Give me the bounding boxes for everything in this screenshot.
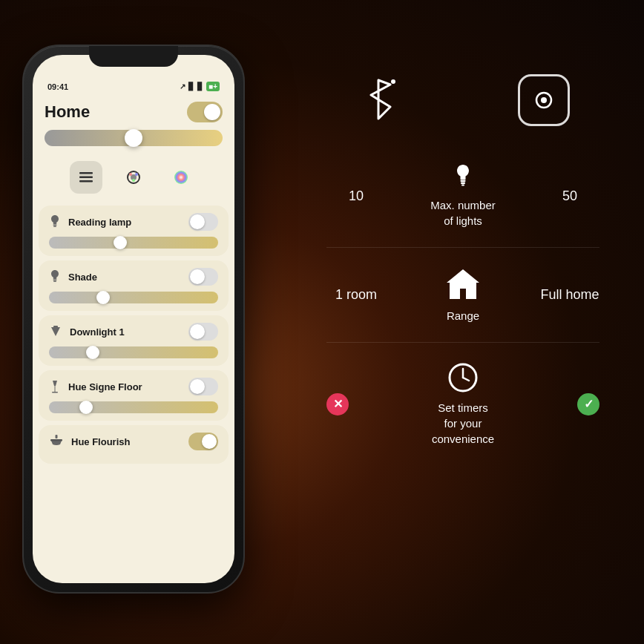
bulb-icon <box>49 269 61 285</box>
svg-rect-23 <box>461 185 464 186</box>
tab-bar <box>33 155 234 200</box>
bulb-icon <box>49 214 61 230</box>
top-icons-row <box>312 59 614 141</box>
device-left: Downlight 1 <box>49 324 125 339</box>
device-left: Shade <box>49 269 97 285</box>
lights-left-value: 10 <box>326 188 386 204</box>
device-item-shade: Shade <box>39 260 229 311</box>
phone-notch <box>89 46 178 67</box>
comparison-row-lights: 10 Max. numberof lights 50 <box>312 156 614 236</box>
device-item-reading-lamp: Reading lamp <box>39 206 229 256</box>
svg-rect-10 <box>53 226 56 228</box>
device-slider[interactable] <box>49 292 218 303</box>
svg-point-20 <box>541 97 547 103</box>
svg-rect-2 <box>79 180 93 183</box>
device-row: Hue Signe Floor <box>49 378 218 395</box>
device-name: Hue Flourish <box>71 436 130 447</box>
brightness-slider[interactable] <box>45 130 223 146</box>
lights-label: Max. numberof lights <box>430 197 496 229</box>
bluetooth-section <box>356 74 401 126</box>
lights-right-value: 50 <box>540 188 599 204</box>
device-left: Hue Flourish <box>49 434 130 449</box>
bridge-section <box>518 74 570 126</box>
home-toggle[interactable] <box>187 102 223 122</box>
device-name: Shade <box>68 272 97 283</box>
range-center: Range <box>396 266 530 323</box>
device-row: Hue Flourish <box>49 433 218 450</box>
status-right: ↗ ▊ ▊ ■+ <box>180 82 220 91</box>
divider-1 <box>326 247 599 248</box>
clock-icon <box>447 361 479 394</box>
bulb-large-icon <box>454 163 472 191</box>
device-slider[interactable] <box>49 401 218 413</box>
svg-rect-14 <box>55 386 56 392</box>
svg-point-8 <box>174 171 188 184</box>
svg-point-18 <box>391 79 395 84</box>
phone-outer: 09:41 ↗ ▊ ▊ ■+ Home <box>22 45 245 594</box>
tab-list[interactable] <box>70 161 102 194</box>
device-slider[interactable] <box>49 237 218 249</box>
info-panel: 10 Max. numberof lights 50 1 room Range … <box>312 59 614 614</box>
status-battery: ■+ <box>206 82 220 91</box>
divider-2 <box>326 342 599 343</box>
bridge-icon <box>529 85 559 115</box>
svg-point-6 <box>135 173 138 176</box>
device-row: Reading lamp <box>49 213 218 231</box>
timer-no-icon: ✕ <box>326 393 349 415</box>
device-left: Reading lamp <box>49 214 131 230</box>
timer-yes-icon: ✓ <box>577 393 599 415</box>
device-list: Reading lamp <box>33 206 234 468</box>
floor-lamp-icon <box>49 378 61 395</box>
range-right-value: Full home <box>540 287 599 303</box>
device-slider-thumb <box>114 236 127 249</box>
comparison-row-range: 1 room Range Full home <box>312 259 614 331</box>
device-toggle[interactable] <box>188 323 218 341</box>
device-slider-thumb <box>79 401 93 414</box>
svg-rect-9 <box>53 225 57 226</box>
phone-screen: 09:41 ↗ ▊ ▊ ■+ Home <box>33 55 234 583</box>
downlight-icon <box>49 324 62 339</box>
svg-rect-22 <box>461 183 465 185</box>
home-title: Home <box>45 102 90 122</box>
svg-rect-11 <box>53 280 57 281</box>
device-slider[interactable] <box>49 346 218 358</box>
device-slider-thumb <box>96 291 110 304</box>
comparison-row-timers: ✕ Set timersfor yourconvenience ✓ <box>312 354 614 454</box>
device-toggle[interactable] <box>188 268 218 286</box>
tab-colors[interactable] <box>165 161 197 194</box>
timers-center: Set timersfor yourconvenience <box>396 361 530 447</box>
device-name: Hue Signe Floor <box>68 381 142 392</box>
svg-rect-21 <box>461 180 466 183</box>
device-left: Hue Signe Floor <box>49 378 142 395</box>
svg-rect-13 <box>53 326 58 328</box>
timers-label: Set timersfor yourconvenience <box>432 400 494 447</box>
device-toggle[interactable] <box>188 378 218 395</box>
svg-point-7 <box>132 179 135 182</box>
svg-rect-15 <box>52 392 58 393</box>
bridge-icon-container <box>518 74 570 126</box>
device-toggle[interactable] <box>188 213 218 231</box>
device-name: Downlight 1 <box>70 326 125 338</box>
svg-rect-16 <box>56 435 58 438</box>
svg-point-5 <box>129 173 132 176</box>
status-signal: ▊ <box>197 82 203 91</box>
device-slider-thumb <box>86 346 99 359</box>
pendant-icon <box>49 434 64 449</box>
svg-rect-1 <box>79 177 93 179</box>
home-icon <box>444 266 482 302</box>
status-time: 09:41 <box>47 82 68 91</box>
svg-rect-0 <box>79 172 93 174</box>
svg-line-26 <box>463 378 469 381</box>
device-name: Reading lamp <box>68 217 131 228</box>
tab-scenes[interactable] <box>117 161 150 194</box>
status-wifi: ▊ <box>188 82 194 91</box>
lights-center: Max. numberof lights <box>396 163 530 229</box>
bluetooth-icon <box>356 74 401 126</box>
range-label: Range <box>447 308 479 323</box>
svg-rect-17 <box>50 439 62 441</box>
device-item-hue-flourish: Hue Flourish <box>39 425 229 464</box>
device-toggle[interactable] <box>188 433 218 450</box>
svg-rect-12 <box>53 281 56 283</box>
brightness-thumb <box>125 129 142 147</box>
device-row: Shade <box>49 268 218 286</box>
